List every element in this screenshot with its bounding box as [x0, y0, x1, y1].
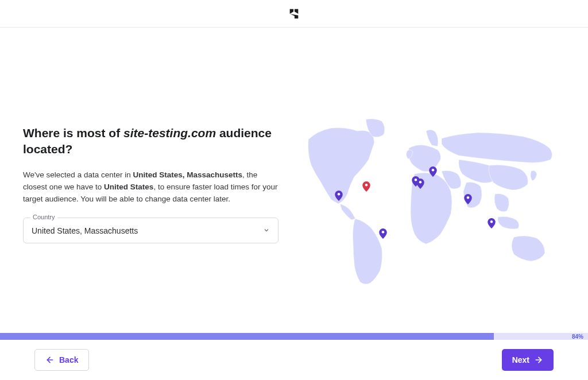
title-site: site-testing.com	[123, 126, 216, 139]
right-panel	[290, 56, 565, 289]
svg-point-0	[338, 193, 341, 196]
svg-point-1	[365, 183, 368, 186]
progress-bar: 84%	[0, 333, 588, 340]
svg-point-2	[382, 231, 385, 234]
next-button-label: Next	[512, 355, 529, 365]
next-button[interactable]: Next	[502, 349, 554, 371]
header	[0, 0, 588, 28]
map-pin-asia-south	[464, 194, 472, 204]
country-select-value: United States, Massachusetts	[32, 226, 138, 235]
world-map	[297, 117, 558, 289]
map-pin-europe-north	[429, 166, 437, 177]
left-panel: Where is most of site-testing.com audien…	[23, 56, 278, 289]
map-pin-us-east-massachusetts	[362, 181, 370, 192]
map-pin-asia-southeast	[488, 218, 496, 228]
svg-point-5	[431, 169, 434, 172]
main-content: Where is most of site-testing.com audien…	[0, 28, 588, 289]
back-button[interactable]: Back	[34, 349, 89, 371]
progress-fill	[0, 333, 494, 340]
map-pin-europe-west-2	[416, 179, 424, 189]
title-prefix: Where is most of	[23, 126, 123, 139]
map-pin-south-america	[379, 228, 387, 239]
arrow-left-icon	[45, 355, 55, 365]
back-button-label: Back	[59, 355, 78, 365]
svg-point-4	[419, 181, 422, 184]
chevron-down-icon	[263, 226, 270, 236]
country-select[interactable]: Country United States, Massachusetts	[23, 218, 278, 243]
arrow-right-icon	[534, 355, 543, 365]
footer-nav: Back Next	[0, 340, 588, 380]
world-map-svg	[297, 117, 558, 289]
country-select-label: Country	[30, 214, 57, 220]
svg-point-7	[490, 220, 493, 223]
page-title: Where is most of site-testing.com audien…	[23, 125, 278, 158]
description: We've selected a data center in United S…	[23, 169, 278, 205]
progress-percent: 84%	[572, 334, 583, 340]
map-pin-us-west	[335, 191, 343, 201]
svg-point-6	[467, 196, 470, 199]
hostinger-logo-icon	[288, 7, 300, 20]
